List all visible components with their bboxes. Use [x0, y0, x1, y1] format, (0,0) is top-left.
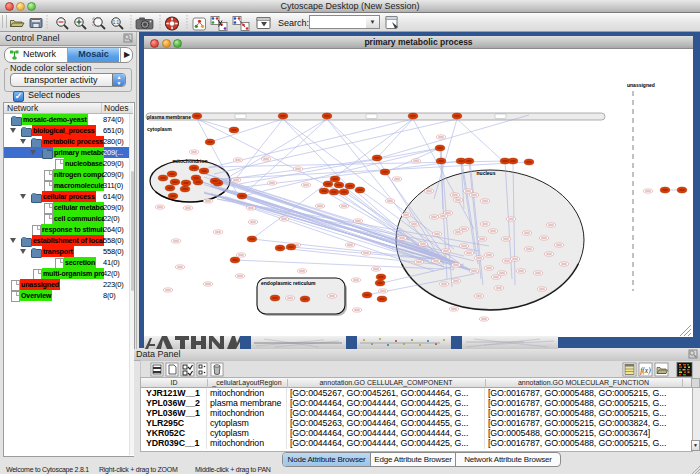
svg-text:nucleus: nucleus — [477, 170, 496, 176]
svg-text:endoplasmic reticulum: endoplasmic reticulum — [261, 280, 316, 286]
svg-text:f(x): f(x) — [640, 366, 651, 375]
svg-text:plasma membrane: plasma membrane — [147, 114, 191, 120]
svg-text:cytoplasm: cytoplasm — [147, 126, 172, 132]
svg-text:unassigned: unassigned — [627, 82, 655, 88]
svg-text:mitochondrion: mitochondrion — [173, 158, 208, 164]
svg-text:1:1: 1:1 — [113, 20, 120, 25]
